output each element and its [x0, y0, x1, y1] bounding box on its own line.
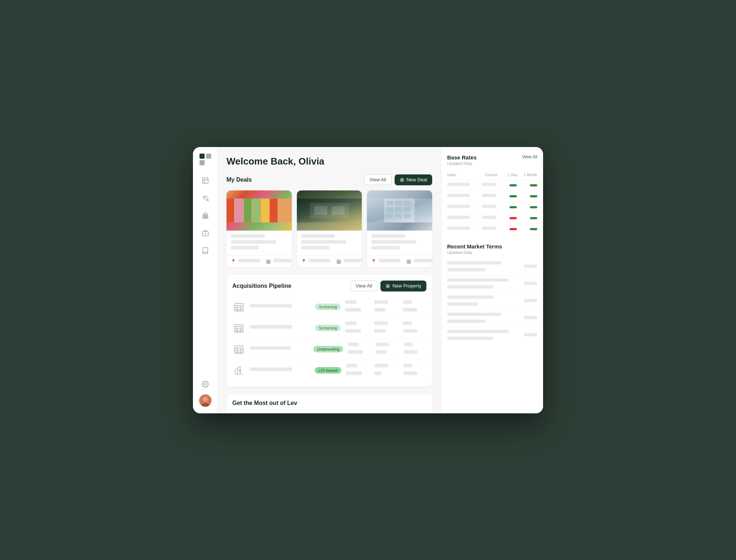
- base-rates-subtitle: Updated Daily: [447, 161, 477, 166]
- pipeline-col-1: [345, 321, 368, 335]
- pipeline-right-3: [348, 343, 426, 356]
- base-rates-section: Base Rates Updated Daily View All Index …: [447, 154, 537, 235]
- rate-pill-green: [530, 228, 537, 230]
- rate-1day-3: [498, 206, 517, 208]
- base-rates-view-all[interactable]: View All: [522, 154, 537, 159]
- market-row-5[interactable]: [447, 328, 537, 344]
- skeleton: [524, 316, 537, 319]
- location-icon: 📍: [371, 259, 376, 264]
- skeleton: [371, 246, 399, 250]
- pipeline-col-1: [345, 300, 368, 314]
- skeleton: [447, 302, 478, 306]
- rate-1day-4: [498, 217, 517, 219]
- market-left-5: [447, 330, 524, 342]
- skeleton: [231, 240, 276, 244]
- pipeline-row-1[interactable]: Screening: [232, 297, 426, 318]
- svg-rect-41: [395, 213, 402, 218]
- skeleton: [376, 350, 387, 354]
- deals-actions: View All ⊕ New Deal: [364, 174, 432, 185]
- skeleton: [403, 300, 412, 304]
- svg-rect-21: [226, 198, 234, 223]
- pipeline-badge-1: Screening: [315, 304, 341, 310]
- rate-current-3: [477, 205, 496, 210]
- building-icon: 🏢: [406, 259, 411, 264]
- market-left-1: [447, 261, 524, 274]
- market-right-3: [524, 299, 537, 304]
- new-property-label: New Property: [392, 283, 421, 289]
- rates-row-1: [447, 180, 537, 191]
- rates-table: Index Current 1 Day 1 Month: [447, 171, 537, 235]
- skeleton: [404, 343, 413, 346]
- skeleton: [371, 234, 405, 238]
- pipeline-row-2[interactable]: Screening: [232, 318, 426, 339]
- svg-point-6: [206, 198, 208, 200]
- rates-table-header: Index Current 1 Day 1 Month: [447, 171, 537, 180]
- rate-index-3: [447, 205, 476, 210]
- deal-card-2[interactable]: 📍 🏢: [297, 190, 362, 267]
- deal-location: 📍: [301, 259, 330, 264]
- plus-icon: ⊕: [400, 177, 404, 183]
- deal-location: 📍: [371, 259, 400, 264]
- new-deal-button[interactable]: ⊕ New Deal: [395, 174, 432, 185]
- sidebar-nav: [200, 175, 210, 379]
- rate-1month-1: [518, 184, 537, 186]
- building-icon: 🏢: [336, 259, 341, 264]
- pipeline-row-4[interactable]: LOI Issued: [232, 360, 426, 381]
- deal-building: 🏢: [266, 259, 292, 264]
- skeleton: [447, 330, 509, 333]
- skeleton: [482, 183, 496, 186]
- pipeline-col-3: [403, 364, 426, 377]
- rate-current-4: [477, 216, 496, 221]
- skeleton: [524, 299, 537, 302]
- sidebar-item-book[interactable]: [200, 246, 210, 256]
- rate-1month-2: [518, 195, 537, 197]
- market-row-4[interactable]: [447, 310, 537, 328]
- avatar[interactable]: [199, 394, 212, 407]
- sidebar-item-portfolio[interactable]: [200, 228, 210, 238]
- market-row-3[interactable]: [447, 293, 537, 310]
- deal-card-3-body: [367, 231, 432, 255]
- market-row-2[interactable]: [447, 276, 537, 293]
- skeleton: [447, 320, 486, 323]
- deal-card-2-body: [297, 231, 362, 255]
- pipeline-name-4: [250, 367, 310, 373]
- skeleton: [447, 194, 470, 197]
- skeleton: [403, 371, 417, 375]
- settings-icon[interactable]: [200, 379, 210, 389]
- new-deal-label: New Deal: [407, 177, 427, 182]
- rate-pill-red: [510, 217, 517, 219]
- market-left-2: [447, 278, 524, 291]
- market-left-3: [447, 296, 524, 308]
- new-property-button[interactable]: ⊕ New Property: [380, 281, 426, 291]
- deals-view-all-button[interactable]: View All: [364, 174, 391, 185]
- skeleton: [231, 234, 265, 238]
- sidebar-item-search[interactable]: [200, 193, 210, 203]
- rate-current-1: [477, 183, 496, 188]
- pipeline-badge-2: Screening: [315, 325, 341, 331]
- market-terms-title: Recent Market Terms: [447, 243, 537, 250]
- skeleton: [447, 183, 470, 186]
- skeleton: [524, 333, 537, 336]
- deal-building: 🏢: [406, 259, 432, 264]
- building-icon-3: [232, 343, 245, 356]
- skeleton: [371, 240, 417, 244]
- market-row-1[interactable]: [447, 259, 537, 276]
- app-logo[interactable]: [200, 154, 211, 165]
- deal-card-1[interactable]: 📍 🏢: [226, 190, 292, 267]
- deal-card-1-body: [226, 231, 292, 255]
- base-rates-header: Base Rates Updated Daily View All: [447, 154, 537, 170]
- skeleton: [345, 308, 361, 312]
- skeleton: [404, 350, 418, 354]
- skeleton: [309, 259, 330, 262]
- pipeline-view-all-button[interactable]: View All: [350, 281, 377, 291]
- deals-grid: 📍 🏢: [226, 190, 432, 267]
- pipeline-actions: View All ⊕ New Property: [350, 281, 426, 291]
- svg-rect-25: [261, 198, 269, 223]
- pipeline-section-title: Acquisitions Pipeline: [232, 283, 291, 289]
- sidebar-item-buildings[interactable]: [200, 175, 210, 186]
- deal-card-3[interactable]: 📍 🏢: [367, 190, 432, 267]
- pipeline-row-3[interactable]: Underwriting: [232, 339, 426, 360]
- rate-1month-3: [518, 206, 537, 208]
- sidebar-item-bank[interactable]: [200, 211, 210, 221]
- pipeline-col-2: [376, 343, 398, 356]
